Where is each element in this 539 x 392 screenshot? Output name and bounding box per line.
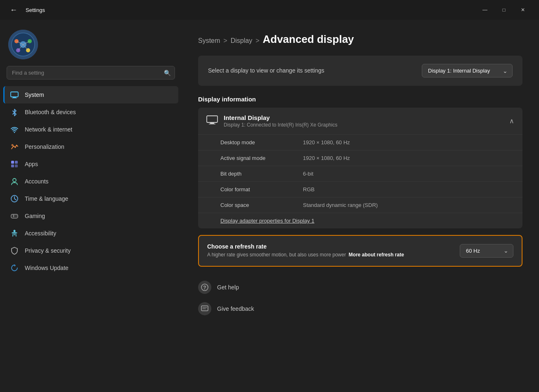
sidebar-item-apps[interactable]: Apps (3, 155, 178, 173)
display-info-section-title: Display information (198, 96, 522, 103)
sidebar-item-update-label: Windows Update (25, 265, 69, 271)
refresh-rate-dropdown[interactable]: 60 Hz 48 Hz (460, 244, 513, 258)
svg-rect-18 (11, 164, 14, 167)
svg-point-24 (17, 216, 17, 216)
table-row: Color space Standard dynamic range (SDR) (198, 197, 522, 213)
display-info-header-left: Internal Display Display 1: Connected to… (206, 114, 337, 128)
search-input[interactable] (7, 66, 175, 80)
color-format-label: Color format (220, 186, 303, 192)
sidebar-item-accessibility-label: Accessibility (25, 230, 56, 237)
sidebar-item-personalization-label: Personalization (25, 143, 64, 150)
sidebar-item-gaming-label: Gaming (25, 213, 45, 219)
monitor-icon (206, 115, 218, 127)
maximize-button[interactable]: □ (494, 2, 513, 17)
accessibility-icon (10, 229, 19, 238)
svg-rect-17 (15, 161, 18, 164)
color-space-value: Standard dynamic range (SDR) (303, 202, 378, 208)
bluetooth-icon (10, 108, 19, 117)
table-row: Bit depth 6-bit (198, 166, 522, 182)
desktop-mode-value: 1920 × 1080, 60 Hz (303, 139, 350, 146)
desktop-mode-label: Desktop mode (220, 139, 303, 146)
close-button[interactable]: ✕ (513, 2, 532, 17)
update-icon (10, 263, 19, 272)
bit-depth-value: 6-bit (303, 171, 313, 177)
svg-rect-19 (15, 164, 18, 167)
search-icon: 🔍 (164, 70, 171, 76)
sidebar-item-system-label: System (25, 92, 44, 98)
get-help-icon: ? (198, 281, 211, 294)
svg-point-25 (14, 230, 16, 232)
display-chevron-icon[interactable]: ∧ (509, 117, 514, 125)
sidebar-item-system[interactable]: System (3, 86, 178, 103)
time-icon (10, 194, 19, 203)
get-help-label: Get help (217, 284, 239, 291)
signal-mode-label: Active signal mode (220, 155, 303, 161)
privacy-icon (10, 246, 19, 255)
color-space-label: Color space (220, 202, 303, 208)
give-feedback-label: Give feedback (217, 305, 254, 312)
minimize-button[interactable]: — (475, 2, 494, 17)
refresh-desc: A higher rate gives smoother motion, but… (207, 251, 460, 258)
sidebar-item-personalization[interactable]: Personalization (3, 138, 178, 155)
display-selector-dropdown[interactable]: Display 1: Internal Display (422, 64, 513, 77)
app-title: Settings (26, 7, 45, 13)
back-button[interactable]: ← (7, 4, 21, 16)
table-row: Active signal mode 1920 × 1080, 60 Hz (198, 150, 522, 166)
svg-rect-16 (11, 161, 14, 164)
sidebar-item-bluetooth[interactable]: Bluetooth & devices (3, 103, 178, 121)
sidebar: 🔍 System (0, 20, 182, 392)
svg-rect-31 (201, 306, 208, 311)
network-icon (10, 125, 19, 134)
give-feedback-link[interactable]: Give feedback (198, 298, 522, 319)
gaming-icon (10, 211, 19, 221)
color-format-value: RGB (303, 186, 314, 192)
svg-rect-11 (11, 92, 18, 97)
get-help-link[interactable]: ? Get help (198, 277, 522, 298)
titlebar: ← Settings — □ ✕ (0, 0, 539, 20)
sidebar-item-update[interactable]: Windows Update (3, 259, 178, 277)
sidebar-nav: System Bluetooth & devices (0, 85, 182, 392)
more-about-refresh-link[interactable]: More about refresh rate (349, 252, 404, 258)
signal-mode-value: 1920 × 1080, 60 Hz (303, 155, 350, 161)
table-row: Color format RGB (198, 182, 522, 197)
sidebar-profile (0, 20, 182, 66)
refresh-title: Choose a refresh rate (207, 243, 460, 250)
sidebar-item-time-label: Time & language (25, 195, 68, 202)
svg-rect-28 (209, 124, 215, 124)
sidebar-item-accounts-label: Accounts (25, 178, 49, 185)
display-name-block: Internal Display Display 1: Connected to… (224, 114, 337, 128)
sidebar-item-gaming[interactable]: Gaming (3, 207, 178, 225)
breadcrumb-display: Display (231, 37, 252, 45)
sidebar-item-privacy-label: Privacy & security (25, 247, 71, 254)
sidebar-item-accessibility[interactable]: Accessibility (3, 225, 178, 242)
svg-rect-26 (207, 116, 217, 122)
main-content: System > Display > Advanced display Sele… (182, 20, 539, 392)
svg-point-23 (15, 216, 16, 216)
refresh-card-left: Choose a refresh rate A higher rate give… (207, 243, 460, 258)
svg-point-20 (13, 178, 16, 182)
sidebar-search[interactable]: 🔍 (7, 66, 175, 80)
bottom-links: ? Get help Give feedback (198, 277, 522, 319)
sidebar-item-apps-label: Apps (25, 161, 38, 167)
sidebar-item-privacy[interactable]: Privacy & security (3, 242, 178, 259)
refresh-desc-text: A higher rate gives smoother motion, but… (207, 252, 346, 258)
apps-icon (10, 160, 19, 169)
sidebar-item-bluetooth-label: Bluetooth & devices (25, 109, 76, 115)
sidebar-item-time[interactable]: Time & language (3, 190, 178, 207)
breadcrumb: System > Display > Advanced display (198, 33, 522, 46)
breadcrumb-sep2: > (255, 37, 259, 45)
adapter-link-row: Display adapter properties for Display 1 (198, 213, 522, 228)
accounts-icon (10, 177, 19, 186)
sidebar-item-accounts[interactable]: Accounts (3, 173, 178, 190)
sidebar-item-network[interactable]: Network & internet (3, 121, 178, 138)
adapter-link[interactable]: Display adapter properties for Display 1 (220, 218, 314, 224)
display-dropdown-wrap[interactable]: Display 1: Internal Display (422, 64, 513, 77)
window-controls: — □ ✕ (475, 2, 532, 17)
app-layout: 🔍 System (0, 20, 539, 392)
personalization-icon (10, 142, 19, 151)
give-feedback-icon (198, 302, 211, 315)
svg-point-15 (12, 144, 14, 146)
refresh-dropdown-wrap[interactable]: 60 Hz 48 Hz (460, 244, 513, 258)
display-info-card: Internal Display Display 1: Connected to… (198, 108, 522, 228)
page-title: Advanced display (263, 33, 354, 46)
